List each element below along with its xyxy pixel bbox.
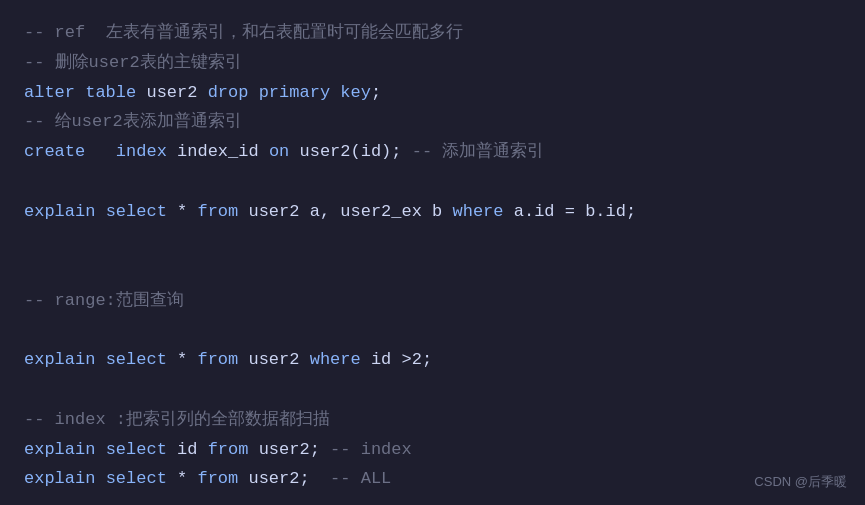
comment-text: -- ref <box>24 23 106 42</box>
code-line <box>24 256 841 286</box>
keyword-text: alter <box>24 83 75 102</box>
keyword-text: on <box>269 142 289 161</box>
comment-text: -- ALL <box>330 469 391 488</box>
keyword-text: primary <box>259 83 330 102</box>
keyword-text: select <box>106 202 167 221</box>
comment-text: -- index : <box>24 410 126 429</box>
keyword-text: table <box>85 83 136 102</box>
keyword-text: create <box>24 142 85 161</box>
identifier-text: id <box>167 440 208 459</box>
identifier-text <box>320 440 330 459</box>
identifier-text <box>95 440 105 459</box>
comment-text: -- <box>24 112 55 131</box>
cn-comment-text: 删除user2表的主键索引 <box>55 53 242 72</box>
identifier-text <box>310 469 330 488</box>
code-line: alter table user2 drop primary key; <box>24 78 841 108</box>
code-line: -- 给user2表添加普通索引 <box>24 107 841 137</box>
code-line: explain select id from user2; -- index <box>24 435 841 465</box>
identifier-text <box>330 83 340 102</box>
code-line: -- ref 左表有普通索引，和右表配置时可能会匹配多行 <box>24 18 841 48</box>
identifier-text: user2(id); <box>289 142 401 161</box>
code-line: create index index_id on user2(id); -- 添… <box>24 137 841 167</box>
keyword-text: select <box>106 350 167 369</box>
comment-text: -- <box>24 53 55 72</box>
keyword-text: explain <box>24 469 95 488</box>
keyword-text: key <box>340 83 371 102</box>
comment-text: -- range: <box>24 291 116 310</box>
watermark-label: CSDN @后季暖 <box>754 471 847 493</box>
identifier-text: * <box>167 350 198 369</box>
code-line: -- index :把索引列的全部数据都扫描 <box>24 405 841 435</box>
identifier-text: ; <box>371 83 381 102</box>
identifier-text: user2; <box>238 469 309 488</box>
identifier-text: id >2; <box>361 350 432 369</box>
keyword-text: from <box>208 440 249 459</box>
identifier-text <box>95 469 105 488</box>
keyword-text: drop <box>208 83 249 102</box>
code-editor: -- ref 左表有普通索引，和右表配置时可能会匹配多行-- 删除user2表的… <box>0 0 865 505</box>
keyword-text: from <box>197 202 238 221</box>
keyword-text: where <box>310 350 361 369</box>
code-line: explain select * from user2; -- ALL <box>24 464 841 494</box>
identifier-text: user2 a, user2_ex b <box>238 202 452 221</box>
cn-comment-text: 左表有普通索引，和右表配置时可能会匹配多行 <box>106 23 463 42</box>
code-line <box>24 167 841 197</box>
identifier-text: * <box>167 202 198 221</box>
identifier-text <box>75 83 85 102</box>
keyword-text: index <box>116 142 167 161</box>
code-line <box>24 226 841 256</box>
identifier-text: user2; <box>248 440 319 459</box>
keyword-text: where <box>453 202 504 221</box>
comment-text: -- <box>412 142 443 161</box>
keyword-text: explain <box>24 440 95 459</box>
comment-text: -- index <box>330 440 412 459</box>
keyword-text: select <box>106 440 167 459</box>
identifier-text <box>248 83 258 102</box>
identifier-text <box>95 350 105 369</box>
identifier-text: user2 <box>136 83 207 102</box>
cn-comment-text: 给user2表添加普通索引 <box>55 112 242 131</box>
identifier-text: user2 <box>238 350 309 369</box>
keyword-text: explain <box>24 350 95 369</box>
keyword-text: from <box>197 469 238 488</box>
code-line: explain select * from user2 a, user2_ex … <box>24 197 841 227</box>
keyword-text: from <box>197 350 238 369</box>
identifier-text: * <box>167 469 198 488</box>
code-line: -- range:范围查询 <box>24 286 841 316</box>
identifier-text <box>95 202 105 221</box>
cn-comment-text: 范围查询 <box>116 291 184 310</box>
cn-comment-text: 添加普通索引 <box>442 142 544 161</box>
keyword-text: select <box>106 469 167 488</box>
code-line: -- 删除user2表的主键索引 <box>24 48 841 78</box>
code-line: explain select * from user2 where id >2; <box>24 345 841 375</box>
code-line <box>24 375 841 405</box>
code-line <box>24 316 841 346</box>
keyword-text: explain <box>24 202 95 221</box>
identifier-text <box>402 142 412 161</box>
cn-comment-text: 把索引列的全部数据都扫描 <box>126 410 330 429</box>
identifier-text: index_id <box>167 142 269 161</box>
identifier-text: a.id = b.id; <box>504 202 637 221</box>
identifier-text <box>85 142 116 161</box>
